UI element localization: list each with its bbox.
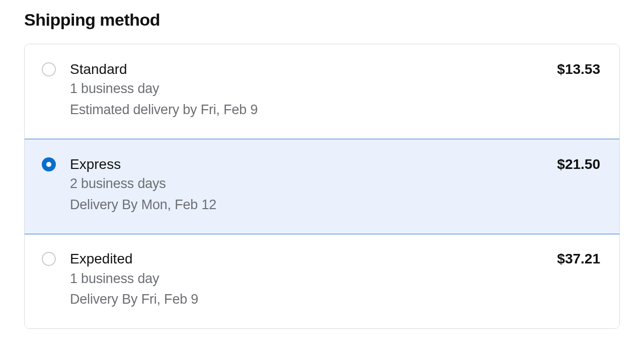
option-price: $37.21 [557,251,600,267]
option-delivery: Estimated delivery by Fri, Feb 9 [70,100,547,121]
option-duration: 2 business days [70,173,547,195]
radio-icon[interactable] [42,62,56,76]
section-title: Shipping method [24,10,620,30]
option-price: $13.53 [557,61,600,77]
shipping-option-express[interactable]: Express 2 business days Delivery By Mon,… [24,139,620,234]
option-delivery: Delivery By Fri, Feb 9 [70,289,547,310]
option-content: Express 2 business days Delivery By Mon,… [70,155,547,216]
option-name: Expedited [70,250,547,268]
option-name: Standard [70,60,547,78]
shipping-options-list: Standard 1 business day Estimated delive… [24,44,620,329]
option-name: Express [70,155,547,173]
option-price: $21.50 [557,156,600,172]
option-duration: 1 business day [70,268,547,290]
option-content: Standard 1 business day Estimated delive… [70,60,547,121]
option-content: Expedited 1 business day Delivery By Fri… [70,250,547,310]
option-delivery: Delivery By Mon, Feb 12 [70,195,547,216]
shipping-option-standard[interactable]: Standard 1 business day Estimated delive… [25,44,619,139]
radio-icon[interactable] [42,252,56,266]
option-duration: 1 business day [70,78,547,100]
radio-icon[interactable] [42,157,56,171]
shipping-option-expedited[interactable]: Expedited 1 business day Delivery By Fri… [25,234,619,328]
